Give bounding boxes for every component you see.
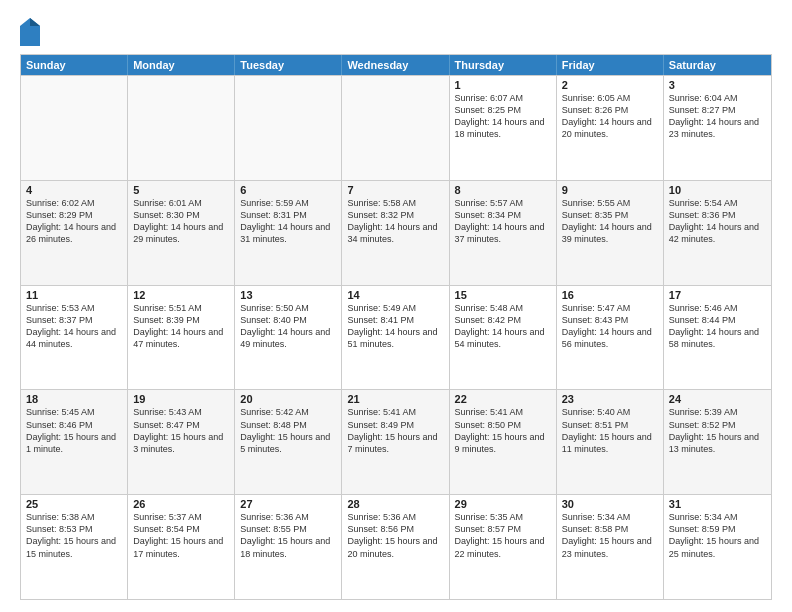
day-number: 7 — [347, 184, 443, 196]
cell-info: Sunrise: 6:07 AMSunset: 8:25 PMDaylight:… — [455, 92, 551, 141]
day-number: 1 — [455, 79, 551, 91]
calendar-cell: 13Sunrise: 5:50 AMSunset: 8:40 PMDayligh… — [235, 286, 342, 390]
cell-info: Sunrise: 5:46 AMSunset: 8:44 PMDaylight:… — [669, 302, 766, 351]
calendar-cell — [128, 76, 235, 180]
day-number: 21 — [347, 393, 443, 405]
cell-info: Sunrise: 5:39 AMSunset: 8:52 PMDaylight:… — [669, 406, 766, 455]
calendar-cell: 6Sunrise: 5:59 AMSunset: 8:31 PMDaylight… — [235, 181, 342, 285]
calendar-cell: 28Sunrise: 5:36 AMSunset: 8:56 PMDayligh… — [342, 495, 449, 599]
day-number: 6 — [240, 184, 336, 196]
day-number: 31 — [669, 498, 766, 510]
header-day-thursday: Thursday — [450, 55, 557, 75]
calendar-cell: 11Sunrise: 5:53 AMSunset: 8:37 PMDayligh… — [21, 286, 128, 390]
day-number: 9 — [562, 184, 658, 196]
calendar-cell: 7Sunrise: 5:58 AMSunset: 8:32 PMDaylight… — [342, 181, 449, 285]
calendar-cell: 12Sunrise: 5:51 AMSunset: 8:39 PMDayligh… — [128, 286, 235, 390]
cell-info: Sunrise: 5:34 AMSunset: 8:59 PMDaylight:… — [669, 511, 766, 560]
header — [20, 18, 772, 46]
day-number: 22 — [455, 393, 551, 405]
calendar-cell: 30Sunrise: 5:34 AMSunset: 8:58 PMDayligh… — [557, 495, 664, 599]
cell-info: Sunrise: 5:43 AMSunset: 8:47 PMDaylight:… — [133, 406, 229, 455]
calendar-cell: 29Sunrise: 5:35 AMSunset: 8:57 PMDayligh… — [450, 495, 557, 599]
calendar-cell: 23Sunrise: 5:40 AMSunset: 8:51 PMDayligh… — [557, 390, 664, 494]
day-number: 15 — [455, 289, 551, 301]
cell-info: Sunrise: 5:48 AMSunset: 8:42 PMDaylight:… — [455, 302, 551, 351]
cell-info: Sunrise: 5:41 AMSunset: 8:50 PMDaylight:… — [455, 406, 551, 455]
cell-info: Sunrise: 5:40 AMSunset: 8:51 PMDaylight:… — [562, 406, 658, 455]
calendar-cell: 20Sunrise: 5:42 AMSunset: 8:48 PMDayligh… — [235, 390, 342, 494]
cell-info: Sunrise: 6:01 AMSunset: 8:30 PMDaylight:… — [133, 197, 229, 246]
calendar-cell — [342, 76, 449, 180]
calendar-cell: 17Sunrise: 5:46 AMSunset: 8:44 PMDayligh… — [664, 286, 771, 390]
cell-info: Sunrise: 5:57 AMSunset: 8:34 PMDaylight:… — [455, 197, 551, 246]
calendar-cell: 24Sunrise: 5:39 AMSunset: 8:52 PMDayligh… — [664, 390, 771, 494]
header-day-monday: Monday — [128, 55, 235, 75]
calendar-cell: 15Sunrise: 5:48 AMSunset: 8:42 PMDayligh… — [450, 286, 557, 390]
calendar-header: SundayMondayTuesdayWednesdayThursdayFrid… — [21, 55, 771, 75]
calendar-cell: 8Sunrise: 5:57 AMSunset: 8:34 PMDaylight… — [450, 181, 557, 285]
calendar-body: 1Sunrise: 6:07 AMSunset: 8:25 PMDaylight… — [21, 75, 771, 599]
calendar-cell: 31Sunrise: 5:34 AMSunset: 8:59 PMDayligh… — [664, 495, 771, 599]
day-number: 11 — [26, 289, 122, 301]
day-number: 20 — [240, 393, 336, 405]
header-day-tuesday: Tuesday — [235, 55, 342, 75]
cell-info: Sunrise: 5:36 AMSunset: 8:55 PMDaylight:… — [240, 511, 336, 560]
header-day-sunday: Sunday — [21, 55, 128, 75]
calendar-cell: 26Sunrise: 5:37 AMSunset: 8:54 PMDayligh… — [128, 495, 235, 599]
calendar-cell: 19Sunrise: 5:43 AMSunset: 8:47 PMDayligh… — [128, 390, 235, 494]
day-number: 8 — [455, 184, 551, 196]
cell-info: Sunrise: 5:47 AMSunset: 8:43 PMDaylight:… — [562, 302, 658, 351]
cell-info: Sunrise: 5:53 AMSunset: 8:37 PMDaylight:… — [26, 302, 122, 351]
day-number: 23 — [562, 393, 658, 405]
calendar-cell: 1Sunrise: 6:07 AMSunset: 8:25 PMDaylight… — [450, 76, 557, 180]
day-number: 18 — [26, 393, 122, 405]
calendar-cell: 9Sunrise: 5:55 AMSunset: 8:35 PMDaylight… — [557, 181, 664, 285]
cell-info: Sunrise: 5:35 AMSunset: 8:57 PMDaylight:… — [455, 511, 551, 560]
calendar-cell: 4Sunrise: 6:02 AMSunset: 8:29 PMDaylight… — [21, 181, 128, 285]
calendar-cell: 14Sunrise: 5:49 AMSunset: 8:41 PMDayligh… — [342, 286, 449, 390]
calendar-cell: 25Sunrise: 5:38 AMSunset: 8:53 PMDayligh… — [21, 495, 128, 599]
svg-marker-1 — [30, 18, 40, 26]
calendar-cell: 27Sunrise: 5:36 AMSunset: 8:55 PMDayligh… — [235, 495, 342, 599]
day-number: 13 — [240, 289, 336, 301]
day-number: 25 — [26, 498, 122, 510]
day-number: 12 — [133, 289, 229, 301]
cell-info: Sunrise: 5:59 AMSunset: 8:31 PMDaylight:… — [240, 197, 336, 246]
calendar-row-3: 18Sunrise: 5:45 AMSunset: 8:46 PMDayligh… — [21, 389, 771, 494]
calendar-cell — [235, 76, 342, 180]
cell-info: Sunrise: 5:49 AMSunset: 8:41 PMDaylight:… — [347, 302, 443, 351]
cell-info: Sunrise: 5:54 AMSunset: 8:36 PMDaylight:… — [669, 197, 766, 246]
cell-info: Sunrise: 6:04 AMSunset: 8:27 PMDaylight:… — [669, 92, 766, 141]
day-number: 10 — [669, 184, 766, 196]
day-number: 14 — [347, 289, 443, 301]
cell-info: Sunrise: 6:02 AMSunset: 8:29 PMDaylight:… — [26, 197, 122, 246]
day-number: 4 — [26, 184, 122, 196]
calendar-cell: 16Sunrise: 5:47 AMSunset: 8:43 PMDayligh… — [557, 286, 664, 390]
cell-info: Sunrise: 5:58 AMSunset: 8:32 PMDaylight:… — [347, 197, 443, 246]
day-number: 5 — [133, 184, 229, 196]
logo-icon — [20, 18, 40, 46]
day-number: 16 — [562, 289, 658, 301]
day-number: 29 — [455, 498, 551, 510]
cell-info: Sunrise: 5:45 AMSunset: 8:46 PMDaylight:… — [26, 406, 122, 455]
cell-info: Sunrise: 5:34 AMSunset: 8:58 PMDaylight:… — [562, 511, 658, 560]
calendar-row-2: 11Sunrise: 5:53 AMSunset: 8:37 PMDayligh… — [21, 285, 771, 390]
header-day-saturday: Saturday — [664, 55, 771, 75]
day-number: 19 — [133, 393, 229, 405]
cell-info: Sunrise: 5:37 AMSunset: 8:54 PMDaylight:… — [133, 511, 229, 560]
calendar-cell: 10Sunrise: 5:54 AMSunset: 8:36 PMDayligh… — [664, 181, 771, 285]
calendar-cell: 5Sunrise: 6:01 AMSunset: 8:30 PMDaylight… — [128, 181, 235, 285]
logo — [20, 18, 42, 46]
cell-info: Sunrise: 5:42 AMSunset: 8:48 PMDaylight:… — [240, 406, 336, 455]
calendar-row-0: 1Sunrise: 6:07 AMSunset: 8:25 PMDaylight… — [21, 75, 771, 180]
calendar-row-1: 4Sunrise: 6:02 AMSunset: 8:29 PMDaylight… — [21, 180, 771, 285]
day-number: 27 — [240, 498, 336, 510]
day-number: 28 — [347, 498, 443, 510]
day-number: 2 — [562, 79, 658, 91]
calendar-cell: 18Sunrise: 5:45 AMSunset: 8:46 PMDayligh… — [21, 390, 128, 494]
cell-info: Sunrise: 5:55 AMSunset: 8:35 PMDaylight:… — [562, 197, 658, 246]
cell-info: Sunrise: 5:51 AMSunset: 8:39 PMDaylight:… — [133, 302, 229, 351]
day-number: 24 — [669, 393, 766, 405]
calendar-cell — [21, 76, 128, 180]
day-number: 30 — [562, 498, 658, 510]
